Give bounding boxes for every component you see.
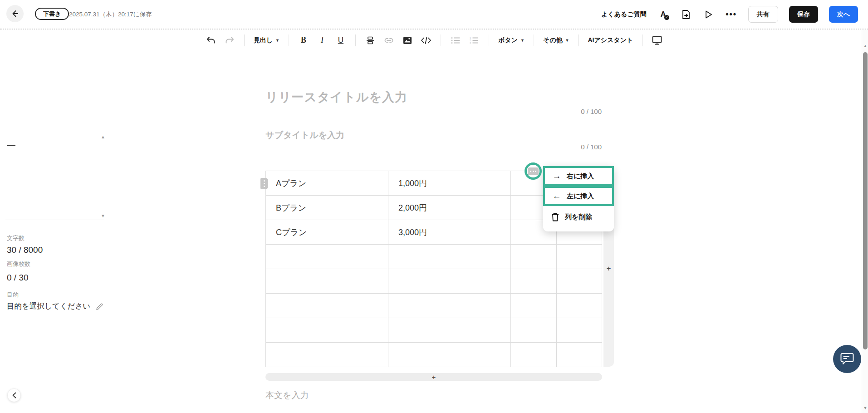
chat-support-button[interactable] bbox=[833, 345, 861, 373]
chat-bubble-icon bbox=[840, 352, 854, 366]
toolbar-separator bbox=[441, 34, 441, 46]
table-cell[interactable] bbox=[388, 245, 511, 269]
redo-icon[interactable] bbox=[224, 35, 235, 46]
menu-item-delete-column[interactable]: 列を削除 bbox=[543, 206, 614, 228]
link-icon[interactable] bbox=[383, 35, 394, 46]
arrow-right-icon: → bbox=[552, 171, 562, 181]
release-title-input[interactable]: リリースタイトルを入力 bbox=[265, 89, 407, 105]
sidebar-scroll-up-icon[interactable]: ▲ bbox=[101, 134, 105, 139]
back-button[interactable] bbox=[6, 5, 24, 22]
table-cell[interactable] bbox=[511, 318, 557, 343]
table-cell[interactable] bbox=[557, 318, 602, 343]
table-cell[interactable] bbox=[557, 269, 602, 294]
add-row-bar[interactable]: + bbox=[265, 373, 602, 381]
subtitle-input[interactable]: サブタイトルを入力 bbox=[265, 129, 344, 141]
table-cell[interactable] bbox=[266, 245, 388, 269]
others-dropdown[interactable]: その他 ▼ bbox=[543, 36, 569, 44]
table-cell[interactable] bbox=[266, 294, 388, 318]
table-cell[interactable]: 3,000円 bbox=[388, 220, 511, 245]
more-options-icon[interactable]: ••• bbox=[726, 9, 737, 20]
table-cell[interactable] bbox=[557, 245, 602, 269]
scrollbar-down-icon[interactable]: ▼ bbox=[863, 406, 868, 410]
plus-icon: + bbox=[607, 264, 611, 273]
table-cell[interactable] bbox=[388, 269, 511, 294]
table-cell[interactable] bbox=[266, 318, 388, 343]
heading-dropdown[interactable]: 見出し ▼ bbox=[254, 36, 280, 44]
svg-text:3: 3 bbox=[470, 41, 471, 44]
toolbar-separator bbox=[642, 34, 642, 46]
share-button[interactable]: 共有 bbox=[748, 6, 778, 23]
table-cell[interactable] bbox=[511, 269, 557, 294]
scrollbar-up-icon[interactable]: ▲ bbox=[863, 44, 868, 48]
menu-item-insert-left[interactable]: ← 左に挿入 bbox=[543, 186, 614, 206]
button-dropdown[interactable]: ボタン ▼ bbox=[498, 36, 525, 44]
proofread-icon[interactable]: A✓ bbox=[657, 9, 669, 20]
chevron-left-icon bbox=[12, 392, 16, 398]
underline-button[interactable]: U bbox=[335, 35, 346, 46]
italic-button[interactable]: I bbox=[317, 35, 328, 46]
sidebar-collapse-button[interactable] bbox=[7, 388, 21, 402]
table-cell[interactable] bbox=[388, 343, 511, 367]
code-icon[interactable] bbox=[421, 35, 432, 46]
arrow-left-icon: ← bbox=[552, 191, 562, 201]
body-text-input[interactable]: 本文を入力 bbox=[265, 389, 309, 401]
table-cell[interactable]: Aプラン bbox=[266, 171, 388, 196]
editor-toolbar: 見出し ▼ B I U 123 ボタン ▼ bbox=[0, 30, 868, 51]
ai-assistant-button[interactable]: AIアシスタント bbox=[588, 36, 633, 44]
column-context-menu: → 右に挿入 ← 左に挿入 列を削除 bbox=[543, 166, 614, 231]
chevron-down-icon: ▼ bbox=[520, 38, 525, 43]
column-menu-highlight-ring bbox=[525, 162, 542, 180]
top-bar: 下書き 2025.07.31（木）20:17に保存 よくあるご質問 A✓ •••… bbox=[0, 0, 868, 29]
image-icon[interactable] bbox=[402, 35, 413, 46]
numbered-list-icon[interactable]: 123 bbox=[469, 35, 480, 46]
sidebar-scroll-down-icon[interactable]: ▼ bbox=[101, 213, 105, 218]
toolbar-separator bbox=[578, 34, 579, 46]
table-cell[interactable] bbox=[511, 343, 557, 367]
char-count-label: 文字数 bbox=[7, 234, 25, 242]
export-document-icon[interactable] bbox=[680, 9, 692, 20]
faq-link[interactable]: よくあるご質問 bbox=[601, 10, 647, 19]
table-cell[interactable] bbox=[557, 294, 602, 318]
save-button[interactable]: 保存 bbox=[789, 6, 818, 23]
undo-icon[interactable] bbox=[206, 35, 216, 46]
bullet-list-icon[interactable] bbox=[450, 35, 461, 46]
subtitle-char-counter: 0 / 100 bbox=[511, 143, 602, 151]
table-cell[interactable]: 1,000円 bbox=[388, 171, 511, 196]
table-cell[interactable] bbox=[557, 343, 602, 367]
bold-button[interactable]: B bbox=[298, 35, 309, 46]
table-cell[interactable] bbox=[511, 294, 557, 318]
page-scrollbar[interactable]: ▲ ▼ bbox=[862, 30, 868, 413]
table-cell[interactable] bbox=[266, 343, 388, 367]
trash-icon bbox=[550, 213, 560, 221]
table-cell[interactable] bbox=[266, 269, 388, 294]
image-count-label: 画像枚数 bbox=[7, 260, 30, 268]
table-cell[interactable]: 2,000円 bbox=[388, 196, 511, 220]
table-cell[interactable]: Cプラン bbox=[266, 220, 388, 245]
saved-timestamp: 2025.07.31（木）20:17に保存 bbox=[69, 10, 152, 19]
toolbar-separator bbox=[355, 34, 356, 46]
row-drag-handle[interactable] bbox=[260, 178, 268, 189]
sidebar: ▲ ▼ 文字数 30 / 8000 画像枚数 0 / 30 目的 目的を選択して… bbox=[0, 51, 108, 413]
toolbar-separator bbox=[244, 34, 245, 46]
plus-icon: + bbox=[432, 373, 436, 381]
table-cell[interactable] bbox=[388, 318, 511, 343]
table-cell[interactable] bbox=[388, 294, 511, 318]
preview-monitor-icon[interactable] bbox=[652, 35, 662, 46]
divider-insert-icon[interactable] bbox=[365, 35, 376, 46]
column-menu-button[interactable] bbox=[528, 167, 539, 175]
purpose-selector[interactable]: 目的を選択してください bbox=[7, 301, 103, 311]
chevron-down-icon: ▼ bbox=[275, 38, 280, 43]
next-button[interactable]: 次へ bbox=[829, 6, 858, 23]
chevron-down-icon: ▼ bbox=[565, 38, 569, 43]
arrow-left-icon bbox=[11, 10, 19, 18]
table-cell[interactable]: Bプラン bbox=[266, 196, 388, 220]
title-char-counter: 0 / 100 bbox=[511, 108, 602, 115]
preview-play-icon[interactable] bbox=[703, 9, 715, 20]
menu-item-insert-right[interactable]: → 右に挿入 bbox=[543, 166, 614, 186]
thumbnail-placeholder-dash[interactable] bbox=[7, 145, 15, 146]
scrollbar-thumb[interactable] bbox=[863, 52, 868, 349]
pencil-icon bbox=[96, 303, 103, 310]
toolbar-separator bbox=[534, 34, 534, 46]
char-count-value: 30 / 8000 bbox=[7, 245, 43, 255]
table-cell[interactable] bbox=[511, 245, 557, 269]
